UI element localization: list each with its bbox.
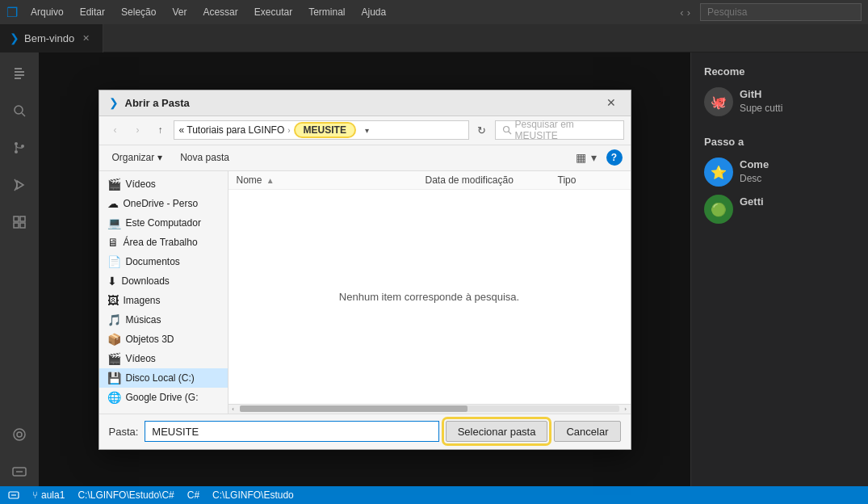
sidebar-item-3d[interactable]: 📦 Objetos 3D bbox=[99, 330, 228, 349]
menu-acessar[interactable]: Acessar bbox=[196, 3, 244, 21]
nav-forward[interactable]: › bbox=[687, 6, 690, 19]
right-panel-item-0: 🐙 GitH Supe cutti bbox=[704, 87, 855, 116]
status-lang[interactable]: C# bbox=[187, 489, 199, 501]
file-col-date[interactable]: Data de modificação bbox=[426, 174, 555, 186]
menu-selecao[interactable]: Seleção bbox=[115, 3, 162, 21]
breadcrumb-dropdown-button[interactable]: ▾ bbox=[359, 120, 375, 140]
sidebar-item-images[interactable]: 🖼 Imagens bbox=[99, 291, 228, 310]
dialog-nav: ‹ › ↑ « Tutoriais para LGINFO › MEUSITE … bbox=[99, 116, 631, 145]
horizontal-scrollbar[interactable]: ‹ › bbox=[229, 404, 631, 414]
status-path2-text: C:\LGINFO\Estudo bbox=[212, 489, 294, 501]
sidebar-item-music[interactable]: 🎵 Músicas bbox=[99, 310, 228, 330]
search-icon[interactable] bbox=[5, 96, 34, 125]
refresh-button[interactable]: ↻ bbox=[472, 120, 492, 140]
nav-back-button[interactable]: ‹ bbox=[106, 120, 125, 140]
nav-forward-button[interactable]: › bbox=[128, 120, 148, 140]
menu-ajuda[interactable]: Ajuda bbox=[355, 3, 393, 21]
extensions-icon[interactable] bbox=[5, 208, 34, 237]
source-control-icon[interactable] bbox=[5, 133, 34, 162]
svg-rect-0 bbox=[15, 68, 22, 69]
view-dropdown-icon[interactable]: ▾ bbox=[589, 149, 598, 166]
cancel-button[interactable]: Cancelar bbox=[554, 421, 620, 442]
current-folder-pill: MEUSITE bbox=[294, 122, 356, 138]
step-title: Passo a bbox=[704, 136, 855, 148]
menu-editar[interactable]: Editar bbox=[73, 3, 111, 21]
tab-close-btn[interactable]: ✕ bbox=[79, 32, 93, 45]
sidebar-item-computer[interactable]: 💻 Este Computador bbox=[99, 213, 228, 233]
file-col-name[interactable]: Nome ▲ bbox=[237, 174, 422, 186]
organize-button[interactable]: Organizar ▾ bbox=[107, 150, 168, 165]
status-path1-text: C:\LGINFO\Estudo\C# bbox=[78, 489, 174, 501]
sidebar-item-downloads[interactable]: ⬇ Downloads bbox=[99, 271, 228, 291]
sort-arrow: ▲ bbox=[266, 176, 275, 185]
scroll-track[interactable] bbox=[240, 405, 619, 412]
nav-up-button[interactable]: ↑ bbox=[151, 120, 170, 140]
github-icon[interactable] bbox=[5, 420, 34, 449]
menu-arquivo[interactable]: Arquivo bbox=[24, 3, 70, 21]
help-button[interactable]: ? bbox=[606, 149, 623, 166]
right-panel-item-2: 🟢 Getti bbox=[704, 195, 855, 224]
menu-ver[interactable]: Ver bbox=[166, 3, 193, 21]
green-text: Getti bbox=[740, 195, 764, 209]
dialog-overlay: ❯ Abrir a Pasta ✕ ‹ › ↑ « Tutoriais para… bbox=[39, 52, 690, 486]
scroll-right-arrow[interactable]: › bbox=[621, 404, 631, 414]
scroll-left-arrow[interactable]: ‹ bbox=[229, 404, 238, 414]
svg-line-5 bbox=[22, 113, 25, 116]
view-toggle[interactable]: ▦ ▾ bbox=[574, 149, 598, 166]
branch-icon: ⑂ bbox=[32, 489, 38, 501]
menu-executar[interactable]: Executar bbox=[248, 3, 299, 21]
status-path1[interactable]: C:\LGINFO\Estudo\C# bbox=[78, 489, 174, 501]
global-search-input[interactable] bbox=[700, 3, 862, 21]
sidebar-item-desktop[interactable]: 🖥 Área de Trabalho bbox=[99, 233, 228, 252]
sidebar-item-local-disk[interactable]: 💾 Disco Local (C:) bbox=[99, 368, 228, 388]
dialog-search-placeholder: Pesquisar em MEUSITE bbox=[515, 119, 617, 141]
star-avatar: ⭐ bbox=[704, 158, 733, 187]
dialog-files: Nome ▲ Data de modificação Tipo Nenhu bbox=[229, 171, 631, 414]
sidebar-label-videos1: Vídeos bbox=[126, 178, 156, 190]
sidebar-item-videos2[interactable]: 🎬 Vídeos bbox=[99, 349, 228, 368]
svg-rect-1 bbox=[15, 71, 24, 73]
status-branch[interactable]: ⑂ aula1 bbox=[32, 489, 65, 501]
status-path2[interactable]: C:\LGINFO\Estudo bbox=[212, 489, 294, 501]
images-icon: 🖼 bbox=[107, 294, 119, 307]
sidebar-item-documents[interactable]: 📄 Documentos bbox=[99, 252, 228, 271]
file-col-name-label: Nome bbox=[237, 174, 262, 186]
svg-rect-11 bbox=[14, 216, 19, 221]
svg-point-4 bbox=[15, 106, 23, 114]
github-name: GitH bbox=[740, 88, 761, 100]
tab-bem-vindo[interactable]: ❯ Bem-vindo ✕ bbox=[0, 24, 103, 52]
debug-icon[interactable] bbox=[5, 170, 34, 200]
onedrive-icon: ☁ bbox=[107, 197, 119, 210]
sidebar-item-google-drive[interactable]: 🌐 Google Drive (G: bbox=[99, 388, 228, 407]
tab-label: Bem-vindo bbox=[24, 32, 74, 44]
tab-vscode-icon: ❯ bbox=[10, 32, 19, 44]
github-text: GitH Supe cutti bbox=[740, 87, 782, 116]
svg-point-15 bbox=[14, 429, 25, 440]
menu-terminal[interactable]: Terminal bbox=[302, 3, 351, 21]
new-folder-label: Nova pasta bbox=[180, 152, 229, 163]
file-col-type[interactable]: Tipo bbox=[558, 174, 623, 186]
svg-point-6 bbox=[15, 142, 18, 145]
sidebar-item-videos1[interactable]: 🎬 Vídeos bbox=[99, 174, 228, 194]
sidebar-item-onedrive[interactable]: ☁ OneDrive - Perso bbox=[99, 194, 228, 213]
dialog-search-input[interactable]: Pesquisar em MEUSITE bbox=[495, 120, 624, 140]
svg-point-19 bbox=[503, 127, 509, 132]
new-folder-button[interactable]: Nova pasta bbox=[175, 150, 234, 165]
remote-icon[interactable] bbox=[5, 457, 34, 486]
folder-input[interactable] bbox=[145, 421, 438, 442]
nav-back[interactable]: ‹ bbox=[680, 6, 683, 19]
status-remote[interactable] bbox=[8, 489, 19, 501]
file-col-type-label: Tipo bbox=[558, 174, 577, 186]
files-icon[interactable] bbox=[5, 59, 34, 88]
3d-icon: 📦 bbox=[107, 333, 121, 346]
activity-bar bbox=[0, 52, 39, 486]
file-header: Nome ▲ Data de modificação Tipo bbox=[229, 171, 631, 190]
scroll-thumb[interactable] bbox=[240, 405, 468, 412]
github-avatar: 🐙 bbox=[704, 87, 733, 116]
file-col-date-label: Data de modificação bbox=[426, 174, 514, 186]
folder-label: Pasta: bbox=[109, 426, 139, 438]
videos-icon: 🎬 bbox=[107, 178, 121, 191]
dialog-close-button[interactable]: ✕ bbox=[602, 93, 621, 112]
select-folder-button[interactable]: Selecionar pasta bbox=[446, 421, 548, 442]
view-icon[interactable]: ▦ bbox=[574, 149, 588, 166]
